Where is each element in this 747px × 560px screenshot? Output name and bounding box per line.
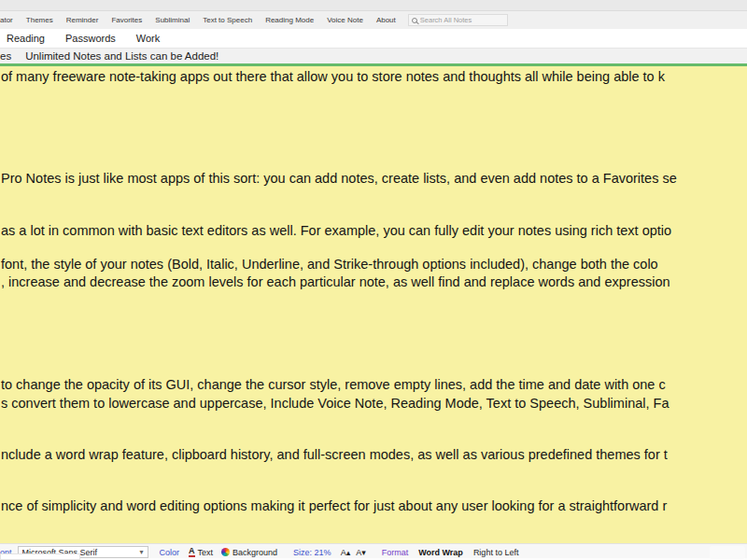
decrease-font-icon[interactable]: A▾: [356, 548, 366, 557]
note-line: s convert them to lowercase and uppercas…: [1, 397, 669, 411]
menu-item-about[interactable]: About: [370, 16, 402, 24]
menu-item-themes[interactable]: Themes: [20, 16, 60, 24]
tab-work[interactable]: Work: [126, 33, 170, 44]
menu-bar: ator Themes Reminder Favorites Sublimina…: [0, 11, 747, 29]
menu-item-reading-mode[interactable]: Reading Mode: [259, 16, 320, 24]
note-tab-bar: Reading Passwords Work: [0, 29, 747, 49]
color-label: Color: [160, 548, 180, 557]
info-bar-message: Unlimited Notes and Lists can be Added!: [25, 50, 218, 62]
resize-corner: [710, 546, 745, 559]
tab-reading[interactable]: Reading: [0, 33, 55, 44]
chevron-down-icon: ▾: [140, 548, 144, 556]
note-editor[interactable]: of many freeware note-taking apps out th…: [0, 66, 747, 543]
menu-item-text-to-speech[interactable]: Text to Speech: [196, 16, 259, 24]
info-bar-left-fragment: es: [0, 50, 11, 62]
right-to-left-toggle[interactable]: Right to Left: [473, 548, 519, 557]
text-color-label: Text: [198, 548, 214, 557]
menu-item-favorites[interactable]: Favorites: [105, 16, 148, 24]
menu-item-subliminal[interactable]: Subliminal: [148, 16, 196, 24]
note-line: as a lot in common with basic text edito…: [1, 224, 671, 238]
horizontal-scrollbar[interactable]: [0, 553, 80, 560]
note-line: , increase and decrease the zoom levels …: [1, 275, 670, 289]
background-color-label: Background: [233, 548, 277, 557]
menu-item-voice-note[interactable]: Voice Note: [320, 16, 370, 24]
note-line: to change the opacity of its GUI, change…: [1, 378, 666, 392]
text-color-icon: A: [189, 547, 195, 557]
background-color-button[interactable]: Background: [221, 548, 277, 557]
search-input[interactable]: [420, 16, 504, 24]
text-color-button[interactable]: A Text: [189, 547, 213, 557]
title-bar: [0, 0, 747, 11]
menu-item-reminder[interactable]: Reminder: [60, 16, 106, 24]
info-bar: es Unlimited Notes and Lists can be Adde…: [0, 49, 747, 63]
note-line: of many freeware note-taking apps out th…: [1, 70, 665, 84]
search-icon: [412, 18, 417, 23]
color-wheel-icon: [221, 548, 230, 556]
note-line: nclude a word wrap feature, clipboard hi…: [1, 448, 668, 462]
zoom-size-label: Size: 21%: [293, 548, 331, 557]
tab-passwords[interactable]: Passwords: [55, 33, 126, 44]
note-line: nce of simplicity and word editing optio…: [1, 499, 667, 513]
word-wrap-toggle[interactable]: Word Wrap: [418, 548, 463, 557]
note-line: font, the style of your notes (Bold, Ita…: [1, 258, 658, 272]
menu-item-calculator-partial[interactable]: ator: [0, 16, 20, 24]
format-button[interactable]: Format: [382, 548, 409, 557]
note-line: Pro Notes is just like most apps of this…: [1, 172, 677, 186]
increase-font-icon[interactable]: A▴: [341, 548, 351, 557]
search-box[interactable]: [408, 14, 508, 26]
